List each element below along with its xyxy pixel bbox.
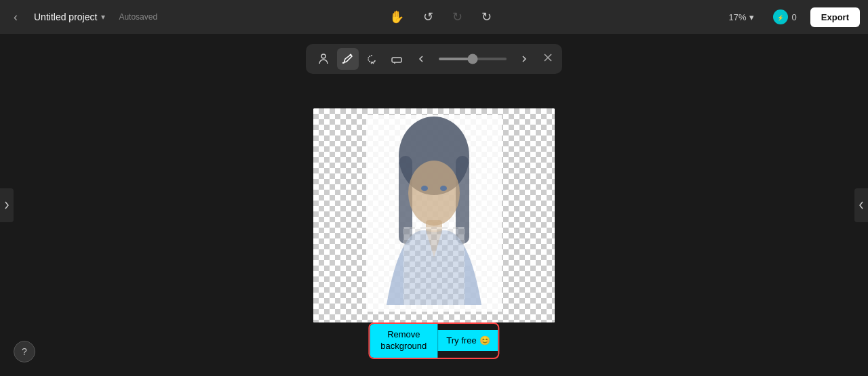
try-free-label: Try free [446, 335, 476, 346]
remove-bg-tooltip: Removebackground Try free 😊 [368, 322, 499, 359]
arrow-left-icon [416, 54, 427, 64]
undo-icon: ↺ [423, 9, 433, 24]
redo-button[interactable]: ↻ [477, 5, 496, 28]
undo-button[interactable]: ↺ [419, 5, 437, 28]
left-panel-toggle[interactable] [0, 188, 14, 222]
pen-icon [342, 53, 354, 65]
chevron-right-icon [4, 201, 9, 210]
autosaved-label: Autosaved [119, 12, 157, 22]
header-right: 17% ▾ ⚡ 0 Export [724, 7, 860, 27]
redo-icon: ↻ [481, 9, 492, 24]
lasso-icon [366, 53, 378, 65]
remove-background-button[interactable]: Removebackground [370, 324, 437, 358]
person-image [366, 115, 502, 312]
svg-rect-4 [392, 58, 401, 62]
header-center: ✋ ↺ ↻ ↻ [163, 5, 717, 28]
svg-point-11 [440, 186, 447, 191]
zoom-control[interactable]: 17% ▾ [724, 9, 760, 25]
try-free-emoji: 😊 [479, 335, 490, 346]
svg-point-9 [408, 161, 460, 226]
redo-disabled-icon: ↻ [452, 9, 462, 24]
canvas-container: Removebackground Try free 😊 [313, 108, 555, 322]
help-button[interactable]: ? [14, 341, 35, 362]
zoom-level: 17% [729, 12, 747, 22]
zoom-chevron-icon: ▾ [749, 12, 754, 22]
svg-point-10 [421, 186, 428, 191]
help-icon: ? [22, 346, 27, 357]
export-button[interactable]: Export [810, 7, 860, 27]
brush-size-slider-container [435, 58, 511, 60]
arrow-right-icon [519, 54, 530, 64]
image-frame [313, 108, 555, 322]
chevron-left-icon [859, 201, 864, 210]
back-button[interactable]: ‹ [8, 7, 23, 27]
collab-button[interactable]: ⚡ 0 [768, 7, 802, 27]
canvas-area: Removebackground Try free 😊 ? [0, 34, 868, 376]
right-panel-toggle[interactable] [854, 188, 868, 222]
grab-icon: ✋ [389, 9, 404, 24]
chevron-down-icon: ▾ [101, 12, 105, 22]
svg-point-2 [321, 54, 326, 58]
eraser-icon [391, 53, 403, 65]
pen-tool[interactable] [337, 48, 359, 70]
redo-disabled-button[interactable]: ↻ [448, 5, 467, 28]
close-toolbar-button[interactable] [540, 50, 555, 68]
try-free-button[interactable]: Try free 😊 [437, 330, 498, 351]
collab-count: 0 [792, 12, 797, 22]
person-icon [317, 53, 330, 65]
remove-bg-label: Removebackground [380, 329, 427, 351]
grab-tool-button[interactable]: ✋ [385, 5, 408, 28]
brush-size-slider[interactable] [439, 58, 507, 60]
lasso-tool[interactable] [361, 48, 383, 70]
project-title-container[interactable]: Untitled project ▾ [28, 9, 111, 25]
floating-toolbar [306, 44, 562, 74]
svg-rect-13 [403, 227, 465, 305]
project-title-text: Untitled project [34, 12, 97, 22]
eraser-tool[interactable] [386, 48, 408, 70]
person-select-tool[interactable] [313, 48, 334, 70]
close-icon [543, 53, 553, 62]
arrow-right-tool[interactable] [513, 48, 535, 70]
svg-text:⚡: ⚡ [777, 14, 784, 21]
collab-icon: ⚡ [773, 9, 788, 24]
svg-point-3 [350, 54, 352, 56]
arrow-left-tool[interactable] [410, 48, 432, 70]
header: ‹ Untitled project ▾ Autosaved ✋ ↺ ↻ ↻ 1… [0, 0, 868, 34]
